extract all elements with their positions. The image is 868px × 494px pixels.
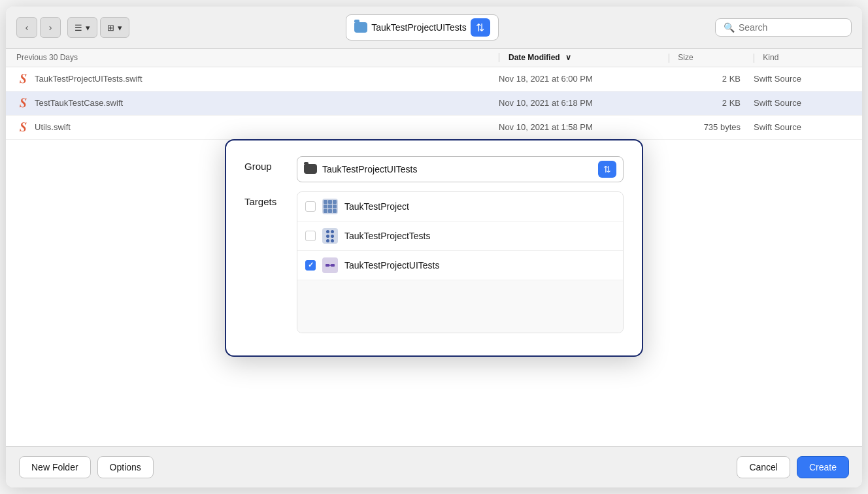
file-date: Nov 18, 2021 at 6:00 PM <box>499 74 669 84</box>
file-size: 735 bytes <box>669 122 754 132</box>
svg-point-2 <box>329 265 331 266</box>
group-row: Group TaukTestProjectUITests ⇅ <box>244 156 624 182</box>
target-0-checkbox[interactable] <box>305 201 316 212</box>
file-kind: Swift Source <box>754 98 852 108</box>
table-row[interactable]: 𝑺 TestTaukTestCase.swift Nov 10, 2021 at… <box>6 91 862 116</box>
swift-icon: 𝑺 <box>16 96 29 110</box>
sort-arrow-icon: ∨ <box>565 53 571 62</box>
cancel-button[interactable]: Cancel <box>737 456 790 478</box>
target-1-name: TaukTestProjectTests <box>344 231 431 241</box>
file-name: TestTaukTestCase.swift <box>35 98 123 108</box>
target-0-name: TaukTestProject <box>344 201 409 212</box>
file-name-cell: 𝑺 TaukTestProjectUITests.swift <box>16 72 499 86</box>
file-name-cell: 𝑺 Utils.swift <box>16 120 499 135</box>
group-selector-label: TaukTestProjectUITests <box>322 164 593 174</box>
list-view-dropdown-icon: ▾ <box>86 23 90 33</box>
file-size: 2 KB <box>669 74 754 84</box>
file-name: TaukTestProjectUITests.swift <box>35 74 142 84</box>
target-2-name: TaukTestProjectUITests <box>344 260 440 271</box>
list-item[interactable]: TaukTestProject <box>297 192 623 222</box>
list-view-button[interactable]: ☰ ▾ <box>67 17 97 38</box>
target-1-checkbox[interactable] <box>305 231 316 241</box>
grid-view-button[interactable]: ⊞ ▾ <box>100 17 129 38</box>
col-divider-3 <box>754 54 754 63</box>
file-kind: Swift Source <box>754 122 852 132</box>
file-table-header: Previous 30 Days Date Modified ∨ Size Ki… <box>6 49 862 67</box>
file-size: 2 KB <box>669 98 754 108</box>
targets-empty-area <box>297 280 623 333</box>
folder-stepper-button[interactable]: ⇅ <box>471 18 490 37</box>
target-0-icon <box>322 199 338 214</box>
grid-view-icon: ⊞ <box>107 23 114 33</box>
group-selector[interactable]: TaukTestProjectUITests ⇅ <box>297 156 624 182</box>
targets-label: Targets <box>244 191 284 207</box>
file-area: Previous 30 Days Date Modified ∨ Size Ki… <box>6 49 862 446</box>
new-folder-button[interactable]: New Folder <box>19 456 91 478</box>
table-row[interactable]: 𝑺 TaukTestProjectUITests.swift Nov 18, 2… <box>6 67 862 91</box>
col-header-kind: Kind <box>754 53 852 63</box>
options-button[interactable]: Options <box>97 456 154 478</box>
col-header-date: Date Modified ∨ <box>499 53 669 62</box>
create-button[interactable]: Create <box>797 456 849 478</box>
file-date: Nov 10, 2021 at 6:18 PM <box>499 98 669 108</box>
target-1-icon <box>322 228 338 244</box>
group-label: Group <box>244 156 284 172</box>
file-name: Utils.swift <box>35 122 71 132</box>
dialog-box: Group TaukTestProjectUITests ⇅ Targets <box>225 139 643 357</box>
toolbar: ‹ › ☰ ▾ ⊞ ▾ TaukTestProjectUITests ⇅ 🔍 <box>6 7 862 49</box>
search-icon: 🔍 <box>724 22 735 33</box>
col-divider <box>499 53 499 62</box>
back-button[interactable]: ‹ <box>16 17 37 38</box>
grid-view-dropdown-icon: ▾ <box>118 23 122 33</box>
folder-icon <box>354 22 367 33</box>
col-header-name: Previous 30 Days <box>16 53 499 62</box>
forward-button[interactable]: › <box>40 17 61 38</box>
file-date: Nov 10, 2021 at 1:58 PM <box>499 122 669 132</box>
folder-name-label: TaukTestProjectUITests <box>371 22 467 33</box>
targets-row: Targets TaukTestProject <box>244 191 624 333</box>
group-folder-icon <box>304 164 317 174</box>
svg-rect-0 <box>326 264 329 267</box>
folder-label: TaukTestProjectUITests ⇅ <box>346 14 499 41</box>
list-item[interactable]: TaukTestProjectTests <box>297 222 623 251</box>
swift-icon: 𝑺 <box>16 72 29 86</box>
group-stepper-button[interactable]: ⇅ <box>598 161 616 178</box>
target-2-icon <box>322 257 338 273</box>
file-name-cell: 𝑺 TestTaukTestCase.swift <box>16 96 499 110</box>
list-item[interactable]: TaukTestProjectUITests <box>297 251 623 280</box>
col-header-size: Size <box>669 53 754 63</box>
svg-rect-1 <box>331 264 335 267</box>
file-kind: Swift Source <box>754 74 852 84</box>
table-row[interactable]: 𝑺 Utils.swift Nov 10, 2021 at 1:58 PM 73… <box>6 116 862 140</box>
nav-buttons: ‹ › <box>16 17 61 38</box>
search-input[interactable] <box>739 22 843 33</box>
finder-window: ‹ › ☰ ▾ ⊞ ▾ TaukTestProjectUITests ⇅ 🔍 <box>6 7 862 487</box>
list-view-icon: ☰ <box>75 23 82 33</box>
target-2-checkbox[interactable] <box>305 260 316 271</box>
targets-list: TaukTestProject TaukTestProjectTests <box>297 191 624 333</box>
bottom-bar: New Folder Options Cancel Create <box>6 446 862 487</box>
view-buttons: ☰ ▾ ⊞ ▾ <box>67 17 129 38</box>
col-divider-2 <box>669 54 669 63</box>
swift-icon: 𝑺 <box>16 120 29 135</box>
search-box: 🔍 <box>715 18 852 37</box>
